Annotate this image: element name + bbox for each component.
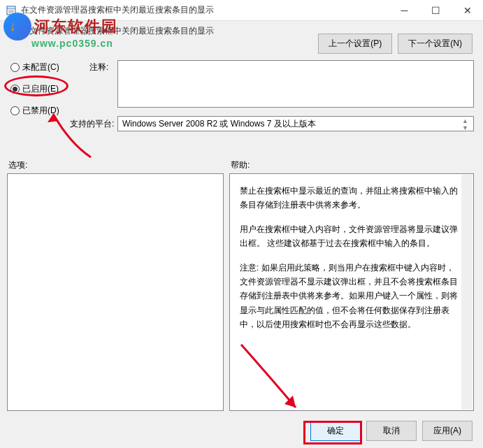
help-paragraph-2: 用户在搜索框中键入内容时，文件资源管理器将显示建议弹出框。 这些建议都基于过去在… xyxy=(240,222,461,251)
radio-enabled[interactable]: 已启用(E) xyxy=(10,83,59,95)
ok-button[interactable]: 确定 xyxy=(310,421,361,441)
dialog-buttons: 确定 取消 应用(A) xyxy=(310,421,473,441)
radio-icon xyxy=(10,63,20,72)
annotation-arrow-1 xyxy=(42,108,112,164)
radio-label: 已禁用(D) xyxy=(22,105,59,117)
comment-label: 注释: xyxy=(89,62,108,73)
radio-group: 未配置(C) 已启用(E) 已禁用(D) xyxy=(10,62,59,117)
radio-icon xyxy=(10,106,20,115)
watermark-url: www.pc0359.cn xyxy=(31,38,118,49)
minimize-button[interactable]: ─ xyxy=(389,0,420,20)
help-scrollbar[interactable] xyxy=(461,175,473,410)
svg-rect-0 xyxy=(7,6,15,15)
radio-disabled[interactable]: 已禁用(D) xyxy=(10,105,59,117)
radio-unconfigured[interactable]: 未配置(C) xyxy=(10,62,59,73)
apply-button[interactable]: 应用(A) xyxy=(422,421,473,441)
titlebar: 在文件资源管理器搜索框中关闭最近搜索条目的显示 ─ ☐ ✕ xyxy=(0,0,483,21)
prev-setting-button[interactable]: 上一个设置(P) xyxy=(318,34,392,54)
platforms-text: Windows Server 2008 R2 或 Windows 7 及以上版本 xyxy=(122,118,316,130)
platforms-label: 支持的平台: xyxy=(70,118,114,130)
help-paragraph-3: 注意: 如果启用此策略，则当用户在搜索框中键入内容时，文件资源管理器不显示建议弹… xyxy=(240,261,461,332)
options-panel xyxy=(7,173,224,411)
radio-label: 已启用(E) xyxy=(22,83,59,95)
window-icon xyxy=(6,5,17,16)
options-label: 选项: xyxy=(8,159,27,171)
nav-buttons: 上一个设置(P) 下一个设置(N) xyxy=(318,34,473,54)
help-label: 帮助: xyxy=(231,159,250,171)
close-button[interactable]: ✕ xyxy=(452,0,483,20)
platforms-scrollbar[interactable]: ▲▼ xyxy=(462,117,472,130)
radio-label: 未配置(C) xyxy=(22,62,59,73)
help-paragraph-1: 禁止在搜索框中显示最近的查询，并阻止将搜索框中输入的条目存储到注册表中供将来参考… xyxy=(240,184,461,212)
window-controls: ─ ☐ ✕ xyxy=(389,0,483,20)
platforms-field: Windows Server 2008 R2 或 Windows 7 及以上版本… xyxy=(117,116,474,131)
next-setting-button[interactable]: 下一个设置(N) xyxy=(398,34,473,54)
maximize-button[interactable]: ☐ xyxy=(420,0,452,20)
radio-icon xyxy=(10,85,20,94)
cancel-button[interactable]: 取消 xyxy=(366,421,417,441)
help-panel: 禁止在搜索框中显示最近的查询，并阻止将搜索框中输入的条目存储到注册表中供将来参考… xyxy=(229,173,474,411)
window-title: 在文件资源管理器搜索框中关闭最近搜索条目的显示 xyxy=(21,4,389,16)
comment-textarea[interactable] xyxy=(117,60,474,108)
